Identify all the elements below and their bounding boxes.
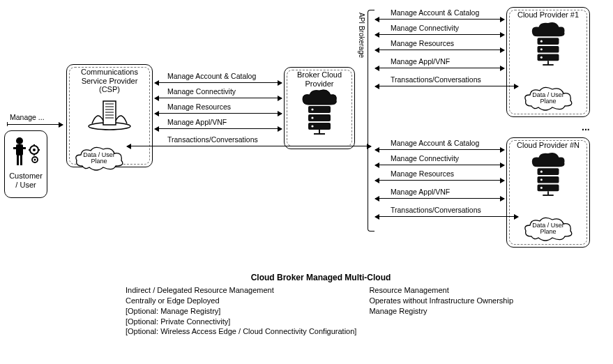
arrow-csp-broker-0	[155, 82, 282, 83]
footer: Cloud Broker Managed Multi-Cloud Indirec…	[126, 273, 516, 337]
footer-right-1: Operates without Infrastructure Ownershi…	[369, 296, 513, 306]
broker-label-1: Broker Cloud	[287, 70, 351, 79]
node-broker: Broker Cloud Provider	[284, 67, 355, 149]
arrow-csp-broker-2	[155, 113, 282, 114]
footer-left-4: [Optional: Wireless Access Edge / Cloud …	[126, 326, 356, 337]
lbl-cpn-0: Manage Account & Catalog	[391, 139, 479, 147]
svg-point-27	[311, 126, 313, 128]
footer-col-left: Indirect / Delegated Resource Management…	[126, 285, 356, 337]
lbl-csp-broker-0: Manage Account & Catalog	[167, 72, 256, 80]
lbl-cpn-3: Manage Appl/VNF	[391, 188, 450, 196]
node-customer: Customer / User	[4, 130, 47, 198]
lbl-csp-broker-4: Transactions/Conversations	[167, 135, 258, 144]
customer-label-2: / User	[8, 181, 44, 190]
footer-left-3: [Optional: Private Connectivity]	[126, 317, 356, 327]
cloud-cpn-label: Data / UserPlane	[522, 215, 575, 236]
cloud-server-icon	[298, 89, 340, 135]
arrow-cpn-3	[375, 198, 504, 199]
arrow-manage	[7, 124, 63, 125]
arrow-cpn-0	[375, 149, 504, 150]
lbl-csp-broker-3: Manage Appl/VNF	[167, 118, 227, 126]
lbl-cp1-2: Manage Resources	[391, 39, 454, 47]
arrow-cp1-2	[375, 50, 504, 50]
cloud-csp: Data / UserPlane	[73, 145, 126, 173]
footer-left-0: Indirect / Delegated Resource Management	[126, 285, 356, 296]
cloud-cp1-label: Data / UserPlane	[522, 85, 575, 105]
svg-point-0	[16, 137, 23, 144]
cp1-title: Cloud Provider #1	[510, 10, 586, 20]
csp-label-1: Communications	[70, 68, 149, 77]
lbl-cp1-0: Manage Account & Catalog	[391, 8, 479, 17]
csp-label-3: (CSP)	[70, 85, 149, 94]
svg-point-13	[34, 159, 36, 161]
arrow-cp1-0	[375, 19, 504, 20]
svg-rect-5	[22, 147, 26, 149]
svg-point-34	[540, 48, 543, 50]
footer-right-0: Resource Management	[369, 285, 513, 296]
cloud-csp-label: Data / UserPlane	[73, 145, 126, 165]
arrow-csp-broker-3	[155, 128, 282, 129]
arrow-cp1-3	[375, 68, 504, 68]
svg-rect-4	[13, 147, 17, 149]
lbl-cp1-1: Manage Connectivity	[391, 24, 459, 32]
provider-ellipsis: ...	[582, 121, 590, 132]
lbl-csp-broker-1: Manage Connectivity	[167, 87, 236, 96]
manage-label: Manage ...	[10, 113, 45, 121]
arrow-csp-broker-4	[127, 146, 371, 146]
arrow-cp1-1	[375, 34, 504, 35]
arrow-csp-broker-1	[155, 98, 282, 98]
csp-label-2: Service Provider	[70, 77, 149, 86]
svg-point-7	[33, 149, 36, 151]
svg-rect-1	[16, 144, 23, 156]
svg-point-26	[311, 117, 313, 119]
svg-rect-3	[20, 156, 22, 165]
footer-title: Cloud Broker Managed Multi-Cloud	[126, 273, 516, 282]
footer-left-1: Centrally or Edge Deployed	[126, 296, 356, 306]
cloud-cp1: Data / UserPlane	[522, 85, 575, 113]
customer-label-1: Customer	[8, 172, 44, 181]
arrow-cp1-4	[375, 86, 518, 86]
cpn-title: Cloud Provider #N	[510, 141, 586, 150]
arrow-cpn-1	[375, 165, 504, 165]
lbl-cp1-4: Transactions/Conversations	[391, 75, 481, 84]
lbl-cp1-3: Manage Appl/VNF	[391, 57, 450, 66]
footer-left-2: [Optional: Manage Registry]	[126, 306, 356, 317]
lbl-csp-broker-2: Manage Resources	[167, 103, 231, 111]
svg-point-42	[540, 179, 543, 181]
svg-point-41	[540, 170, 543, 172]
svg-point-35	[540, 56, 543, 58]
footer-right-2: Manage Registry	[369, 306, 513, 317]
api-bracket	[368, 10, 374, 232]
broker-label-2: Provider	[287, 79, 351, 89]
cloud-server-icon	[528, 151, 568, 197]
cloud-server-icon	[528, 21, 568, 67]
svg-point-43	[540, 186, 543, 188]
lbl-cpn-2: Manage Resources	[391, 169, 454, 178]
svg-rect-15	[103, 101, 116, 125]
building-icon	[85, 96, 134, 130]
cloud-cpn: Data / UserPlane	[522, 215, 575, 243]
svg-point-25	[311, 109, 313, 111]
api-brokerage-label: API Brokerage	[358, 13, 365, 58]
arrow-cpn-2	[375, 180, 504, 181]
arrow-cpn-4	[375, 216, 518, 217]
user-gears-icon	[10, 135, 42, 170]
lbl-cpn-1: Manage Connectivity	[391, 154, 459, 162]
lbl-cpn-4: Transactions/Conversations	[391, 206, 481, 214]
svg-point-33	[540, 40, 543, 42]
footer-col-right: Resource Management Operates without Inf…	[369, 285, 513, 337]
svg-rect-2	[17, 156, 19, 165]
